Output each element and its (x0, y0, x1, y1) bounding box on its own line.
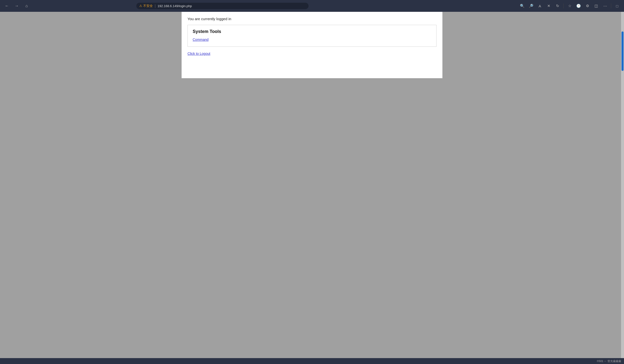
url-text: 192.168.6.149/login.php (157, 4, 306, 8)
address-bar[interactable]: ⚠ 不安全 | 192.168.6.149/login.php (136, 3, 309, 9)
window-icon[interactable]: □ (613, 2, 621, 10)
refresh-icon[interactable]: ↻ (554, 2, 562, 10)
history-icon[interactable]: 🕒 (574, 2, 582, 10)
separator: | (155, 4, 156, 8)
divider-1 (564, 3, 564, 8)
back-button[interactable]: ← (3, 2, 11, 10)
toolbar-right: 🔍 🔎 A ✕ ↻ ☆ 🕒 ⚙ ◫ ⋯ □ (518, 2, 621, 10)
search-icon[interactable]: 🔍 (518, 2, 526, 10)
home-button[interactable]: ⌂ (23, 2, 30, 10)
main-container: You are currently logged in System Tools… (182, 12, 442, 78)
status-bar: ©501 ← 世光扁扁扁 (0, 358, 624, 364)
status-bar-text: ©501 ← 世光扁扁扁 (597, 359, 621, 363)
command-link[interactable]: Command (193, 38, 209, 42)
more-icon[interactable]: ⋯ (601, 2, 609, 10)
scrollbar-thumb[interactable] (622, 31, 624, 71)
extensions-icon[interactable]: ⚙ (583, 2, 591, 10)
collections-icon[interactable]: ◫ (592, 2, 600, 10)
logged-in-message: You are currently logged in (187, 17, 437, 21)
favorites-icon[interactable]: ☆ (566, 2, 573, 10)
close-tab-icon[interactable]: ✕ (545, 2, 553, 10)
system-tools-title: System Tools (193, 29, 431, 34)
divider-2 (611, 3, 611, 8)
page-content: You are currently logged in System Tools… (0, 12, 624, 364)
security-warning: ⚠ 不安全 (139, 4, 153, 8)
zoom-icon[interactable]: 🔎 (527, 2, 535, 10)
forward-button[interactable]: → (13, 2, 21, 10)
system-tools-box: System Tools Command (187, 25, 437, 47)
read-aloud-icon[interactable]: A (536, 2, 544, 10)
logout-link[interactable]: Click to Logout (187, 52, 210, 56)
browser-chrome: ← → ⌂ ⚠ 不安全 | 192.168.6.149/login.php 🔍 … (0, 0, 624, 12)
scrollbar-track[interactable] (621, 12, 624, 364)
